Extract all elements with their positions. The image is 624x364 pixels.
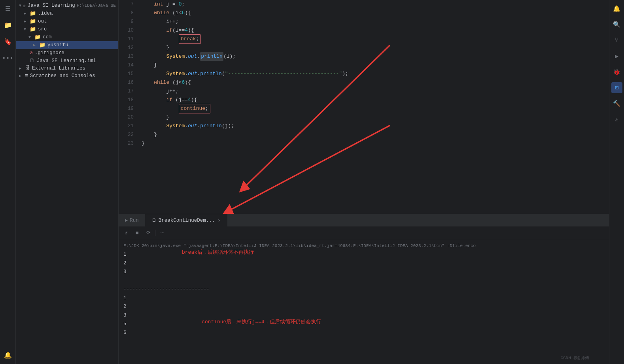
tab-run[interactable]: ▶ Run bbox=[119, 214, 146, 227]
tree-label-src: src bbox=[38, 26, 47, 32]
search-right-icon[interactable]: 🔍 bbox=[611, 19, 622, 30]
code-content[interactable]: int j = 0; while (i<6){ i++; if(i==4){ b… bbox=[138, 0, 609, 214]
console-separator: ----------------------------- bbox=[123, 285, 604, 294]
extlibs-icon: 🗄 bbox=[25, 65, 30, 71]
project-icon[interactable]: 📁 bbox=[2, 20, 13, 31]
notifications-right-icon[interactable]: 🔔 bbox=[611, 3, 622, 14]
tree-label-com: com bbox=[43, 34, 52, 40]
console-output-j3: 3 bbox=[123, 311, 604, 320]
tab-run-label: Run bbox=[130, 218, 139, 223]
tree-item-root[interactable]: ▼ ☕ Java SE Learning F:\IDEA\Java SE Le bbox=[16, 2, 118, 9]
code-line-9: i++; bbox=[138, 17, 609, 26]
code-line-10: if(i==4){ bbox=[138, 26, 609, 35]
folder-icon-out: 📁 bbox=[30, 18, 36, 25]
folder-icon-com: 📁 bbox=[34, 34, 41, 40]
code-line-8: while (i<6){ bbox=[138, 9, 609, 17]
bookmark-icon[interactable]: 🔖 bbox=[2, 36, 13, 47]
tree-label-out: out bbox=[38, 19, 47, 24]
tab-close-btn[interactable]: ✕ bbox=[218, 218, 221, 223]
line-numbers: 78910 11121314 15161718 19202122 23 bbox=[119, 0, 138, 214]
console-output-j6: 6 bbox=[123, 328, 604, 337]
console-output-3: 3 bbox=[123, 268, 604, 276]
code-line-16: while (j<6){ bbox=[138, 78, 609, 87]
project-folder-icon: ☕ bbox=[23, 2, 26, 9]
tab-breakcontinue-label: BreakContinueDem... bbox=[159, 218, 215, 223]
git-right-icon[interactable]: ⑂ bbox=[611, 35, 622, 46]
tree-item-label: Java SE Learning bbox=[28, 3, 75, 8]
terminal-right-icon[interactable]: ⊡ bbox=[611, 82, 622, 93]
refresh-button[interactable]: ⟳ bbox=[144, 228, 153, 237]
iml-icon: 🗋 bbox=[30, 58, 35, 64]
code-line-20: } bbox=[138, 113, 609, 122]
console-output[interactable]: F:\JDK-20\bin\java.exe "-javaagent:F:\ID… bbox=[119, 239, 609, 364]
problems-right-icon[interactable]: ⚠ bbox=[611, 114, 622, 125]
code-line-12: } bbox=[138, 43, 609, 52]
console-output-j2: 2 bbox=[123, 302, 604, 311]
tree-item-out[interactable]: ▶ 📁 out bbox=[16, 17, 118, 25]
tree-label-extlibs: External Libraries bbox=[32, 66, 85, 71]
tree-label-idea: .idea bbox=[38, 11, 53, 16]
expand-arrow-idea: ▶ bbox=[24, 11, 28, 16]
spacer-gitignore bbox=[24, 51, 28, 55]
main-area: 78910 11121314 15161718 19202122 23 int … bbox=[119, 0, 609, 364]
tree-item-idea[interactable]: ▶ 📁 .idea bbox=[16, 9, 118, 17]
debug-right-icon[interactable]: 🐞 bbox=[611, 66, 622, 77]
expand-arrow: ▼ bbox=[19, 4, 21, 8]
project-tree: ▼ ☕ Java SE Learning F:\IDEA\Java SE Le … bbox=[16, 0, 118, 364]
bottom-toolbar: ↺ ■ ⟳ ⋯ bbox=[119, 227, 609, 239]
console-command: F:\JDK-20\bin\java.exe "-javaagent:F:\ID… bbox=[123, 241, 604, 250]
tree-item-com[interactable]: ▼ 📁 com bbox=[16, 33, 118, 41]
code-line-14: } bbox=[138, 61, 609, 70]
console-output-empty1 bbox=[123, 276, 604, 285]
code-line-17: j++; bbox=[138, 87, 609, 96]
bottom-tabs: ▶ Run 🗋 BreakContinueDem... ✕ bbox=[119, 214, 609, 227]
console-output-j1: 1 bbox=[123, 294, 604, 302]
code-line-19: continue; bbox=[138, 104, 609, 113]
code-line-23: } bbox=[138, 139, 609, 148]
expand-arrow-com: ▼ bbox=[28, 35, 33, 40]
tree-item-yushifu[interactable]: ▶ 📁 yushifu bbox=[16, 41, 118, 49]
rerun-button[interactable]: ↺ bbox=[122, 228, 130, 237]
tree-item-scratches[interactable]: ▶ ≡ Scratches and Consoles bbox=[16, 72, 118, 79]
spacer-iml bbox=[24, 58, 28, 63]
tab-breakcontinue[interactable]: 🗋 BreakContinueDem... ✕ bbox=[146, 214, 227, 227]
tree-item-extlibs[interactable]: ▶ 🗄 External Libraries bbox=[16, 64, 118, 72]
tree-item-src[interactable]: ▼ 📁 src bbox=[16, 25, 118, 33]
folder-icon-idea: 📁 bbox=[30, 10, 36, 17]
dots-icon[interactable]: ••• bbox=[2, 53, 13, 64]
notifications-icon[interactable]: 🔔 bbox=[2, 350, 13, 361]
tree-item-gitignore[interactable]: ⊘ .gitignore bbox=[16, 49, 118, 57]
code-line-22: } bbox=[138, 130, 609, 139]
scratches-icon: ≡ bbox=[25, 73, 28, 79]
watermark: CSDN @喻师傅 bbox=[560, 355, 589, 361]
code-line-18: if (j==4){ bbox=[138, 96, 609, 104]
more-button[interactable]: ⋯ bbox=[158, 228, 166, 237]
expand-arrow-yushifu: ▶ bbox=[33, 43, 38, 47]
console-output-j5: 5 bbox=[123, 320, 604, 328]
expand-arrow-src: ▼ bbox=[24, 27, 28, 32]
stop-button[interactable]: ■ bbox=[133, 228, 142, 237]
run-tab-icon: ▶ bbox=[125, 217, 128, 223]
editor-area: 78910 11121314 15161718 19202122 23 int … bbox=[119, 0, 609, 214]
project-panel: ▼ ☕ Java SE Learning F:\IDEA\Java SE Le … bbox=[16, 0, 119, 364]
project-path: F:\IDEA\Java SE Le bbox=[77, 3, 118, 8]
tree-label-yushifu: yushifu bbox=[47, 42, 68, 48]
code-scroll[interactable]: 78910 11121314 15161718 19202122 23 int … bbox=[119, 0, 609, 214]
gitignore-icon: ⊘ bbox=[30, 50, 33, 56]
folder-icon-src: 📁 bbox=[30, 26, 36, 32]
tree-label-scratches: Scratches and Consoles bbox=[30, 73, 95, 79]
file-tab-icon: 🗋 bbox=[152, 217, 157, 223]
console-output-1: 1 bbox=[123, 250, 604, 259]
console-output-2: 2 bbox=[123, 259, 604, 268]
right-sidebar-icons: 🔔 🔍 ⑂ ▶ 🐞 ⊡ 🔨 ⚠ bbox=[609, 0, 624, 364]
expand-arrow-extlibs: ▶ bbox=[19, 66, 24, 71]
menu-icon[interactable]: ☰ bbox=[2, 3, 13, 14]
code-line-7: int j = 0; bbox=[138, 0, 609, 9]
tree-label-iml: Java SE Learning.iml bbox=[37, 58, 96, 64]
code-line-21: System.out.println(j); bbox=[138, 122, 609, 130]
tree-item-iml[interactable]: 🗋 Java SE Learning.iml bbox=[16, 57, 118, 64]
run-right-icon[interactable]: ▶ bbox=[611, 51, 622, 62]
build-right-icon[interactable]: 🔨 bbox=[611, 98, 622, 109]
expand-arrow-out: ▶ bbox=[24, 19, 28, 24]
toolbar-separator bbox=[155, 230, 155, 236]
